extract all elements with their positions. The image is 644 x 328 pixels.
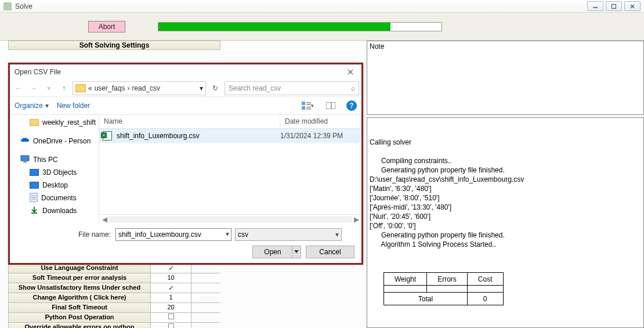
cancel-button[interactable]: Cancel: [306, 246, 354, 258]
filename-label: File name:: [78, 230, 111, 239]
chevron-down-icon[interactable]: ▾: [226, 230, 229, 238]
nav-fwd-icon[interactable]: →: [27, 82, 40, 95]
onedrive-icon: [20, 137, 30, 146]
breadcrumb[interactable]: « user_faqs › read_csv ▾: [73, 81, 206, 95]
tree-item[interactable]: weekly_rest_shift: [10, 116, 99, 129]
settings-table: Use Language ConstraintSoft Timeout per …: [8, 264, 220, 328]
svg-rect-10: [306, 107, 311, 108]
blue-icon: [30, 182, 39, 189]
refresh-icon[interactable]: ↻: [208, 81, 222, 95]
tree-item[interactable]: OneDrive - Person: [10, 135, 99, 147]
new-folder-button[interactable]: New folder: [57, 102, 90, 110]
open-button[interactable]: Open: [252, 246, 301, 258]
settings-row[interactable]: Override allowable errors on python: [8, 323, 220, 328]
dialog-close-button[interactable]: [344, 66, 357, 78]
metrics-table: WeightErrorsCost Total0: [383, 272, 504, 305]
doc-icon: [30, 193, 38, 204]
tree-item[interactable]: This PC: [10, 153, 99, 166]
close-button[interactable]: [624, 1, 641, 11]
titlebar: Solve: [0, 0, 644, 13]
svg-rect-12: [326, 102, 335, 109]
toolbar: Abort: [0, 13, 644, 41]
note-label: Note: [370, 42, 384, 51]
h-scrollbar[interactable]: ◀▶: [99, 214, 361, 224]
nav-up-icon[interactable]: ↑: [57, 82, 70, 95]
settings-header: Soft Solving Settings: [8, 41, 220, 50]
svg-rect-7: [306, 102, 311, 103]
file-row[interactable]: shift_info_Luxembourg.csv1/31/2024 12:39…: [99, 129, 361, 143]
svg-rect-14: [21, 156, 29, 161]
preview-pane-icon[interactable]: [323, 100, 338, 111]
settings-row[interactable]: Python Post Operation: [8, 313, 220, 323]
maximize-button[interactable]: [606, 1, 622, 11]
tree-item[interactable]: 3D Objects: [10, 166, 99, 179]
tree-item[interactable]: Downloads: [10, 204, 99, 217]
log-footer: ********UB=0(0) 1.941(cpu sec): [370, 324, 641, 328]
settings-row[interactable]: Use Language Constraint: [8, 264, 220, 273]
svg-rect-9: [302, 106, 305, 110]
tree-item[interactable]: Desktop: [10, 179, 99, 192]
filter-select[interactable]: csv ▾: [235, 228, 342, 241]
search-icon: ⌕: [351, 84, 355, 92]
note-box[interactable]: Note: [367, 41, 644, 115]
chevron-down-icon: ▾: [335, 230, 339, 239]
col-name[interactable]: Name: [99, 115, 280, 128]
window-title: Solve: [15, 2, 32, 10]
settings-row[interactable]: Show Unsatisfactory Items Under sched: [8, 283, 220, 293]
nav-back-icon[interactable]: ←: [12, 82, 25, 95]
folder-icon: [30, 119, 39, 126]
chevron-down-icon[interactable]: ▾: [200, 84, 203, 92]
app-icon: [3, 2, 12, 10]
svg-rect-8: [306, 104, 311, 105]
progress-bar: [158, 22, 442, 31]
file-list: shift_info_Luxembourg.csv1/31/2024 12:39…: [99, 129, 361, 214]
dialog-title: Open CSV File: [15, 68, 61, 76]
pc-icon: [20, 155, 30, 165]
folder-tree[interactable]: weekly_rest_shiftOneDrive - PersonThis P…: [10, 115, 99, 224]
progress-fill: [158, 23, 390, 31]
down-icon: [30, 206, 39, 217]
filename-input[interactable]: [115, 228, 231, 241]
open-file-dialog: Open CSV File ← → ▾ ↑ « user_faqs › read…: [8, 63, 363, 265]
svg-rect-1: [612, 4, 616, 8]
settings-row[interactable]: Change Algorithm ( Click here)1: [8, 293, 220, 303]
settings-row[interactable]: Final Soft Timeout20: [8, 303, 220, 313]
folder-icon: [75, 84, 86, 92]
organize-button[interactable]: Organize▾: [15, 102, 49, 110]
minimize-button[interactable]: [587, 1, 603, 11]
svg-rect-15: [23, 161, 27, 163]
excel-icon: [103, 131, 112, 140]
nav-recent-icon[interactable]: ▾: [42, 82, 55, 95]
view-mode-icon[interactable]: ▾: [300, 100, 315, 111]
settings-row[interactable]: Soft Timeout per error analysis10: [8, 273, 220, 283]
blue-icon: [30, 169, 39, 176]
search-input[interactable]: Search read_csv ⌕: [225, 81, 359, 95]
tree-item[interactable]: Documents: [10, 192, 99, 204]
svg-rect-11: [306, 109, 311, 110]
help-icon[interactable]: ?: [346, 100, 357, 111]
column-header[interactable]: Name Date modified: [99, 115, 361, 129]
svg-rect-6: [302, 102, 305, 105]
col-date[interactable]: Date modified: [280, 115, 361, 128]
log-box: Calling solver Compiling constraints.. G…: [367, 117, 644, 328]
search-placeholder: Search read_csv: [229, 84, 281, 92]
abort-button[interactable]: Abort: [88, 21, 125, 33]
